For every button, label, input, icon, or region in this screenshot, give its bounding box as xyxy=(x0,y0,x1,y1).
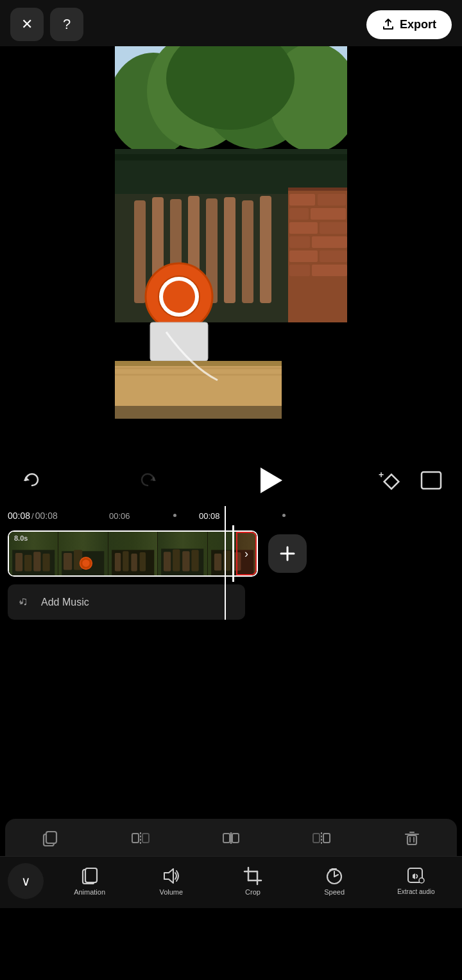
clip-end-handle[interactable]: › xyxy=(236,532,257,575)
clip-thumb-3 xyxy=(108,532,158,575)
nav-label-volume: Volume xyxy=(159,888,183,896)
svg-text:+: + xyxy=(19,597,23,607)
svg-rect-49 xyxy=(42,554,49,571)
svg-rect-56 xyxy=(115,553,121,571)
handle-arrow-icon: › xyxy=(244,547,248,561)
clip-track-container: 8.0s xyxy=(0,525,462,582)
music-note-icon: ♫ + xyxy=(19,593,33,611)
split-center-button[interactable] xyxy=(214,827,248,850)
svg-rect-38 xyxy=(115,374,282,376)
svg-rect-7 xyxy=(115,154,347,161)
svg-rect-90 xyxy=(85,868,97,882)
nav-item-speed[interactable]: Speed xyxy=(312,866,357,896)
svg-rect-59 xyxy=(139,552,145,571)
svg-rect-28 xyxy=(320,250,347,262)
clip-thumbnails: 8.0s xyxy=(9,532,257,575)
total-time: 00:08 xyxy=(35,511,58,521)
svg-rect-26 xyxy=(312,236,347,248)
clip-duration-label: 8.0s xyxy=(14,534,28,542)
close-button[interactable]: ✕ xyxy=(10,8,44,41)
nav-label-animation: Animation xyxy=(74,888,105,896)
svg-rect-36 xyxy=(115,361,282,366)
right-timestamp: 00:08 xyxy=(199,511,220,521)
redo-icon xyxy=(139,470,159,491)
svg-rect-21 xyxy=(289,208,309,220)
clip-track[interactable]: 8.0s xyxy=(8,530,258,577)
add-clip-button[interactable] xyxy=(268,534,307,573)
top-bar: ✕ ? Export xyxy=(0,0,462,46)
video-preview xyxy=(0,46,462,455)
clip-track-wrapper: 8.0s xyxy=(8,530,258,577)
fullscreen-button[interactable] xyxy=(416,465,447,496)
split-start-icon xyxy=(132,829,150,847)
mid-timestamp: 00:06 xyxy=(109,511,130,521)
nav-items: Animation Volume Crop xyxy=(44,866,462,896)
volume-icon xyxy=(162,866,181,886)
diamond-plus-icon: + xyxy=(379,469,402,492)
nav-item-extract-audio[interactable]: Extract audio xyxy=(393,866,438,896)
svg-rect-74 xyxy=(46,832,56,843)
svg-rect-9 xyxy=(134,200,146,303)
clip-thumb-4 xyxy=(158,532,207,575)
svg-rect-80 xyxy=(232,834,239,843)
chevron-down-icon: ∨ xyxy=(21,873,31,889)
nav-label-crop: Crop xyxy=(245,888,261,896)
clip-thumb-2 xyxy=(58,532,108,575)
nav-item-animation[interactable]: Animation xyxy=(67,866,112,896)
playback-right-controls: + xyxy=(375,465,447,496)
svg-rect-14 xyxy=(224,197,235,303)
svg-rect-30 xyxy=(312,265,347,276)
svg-rect-43 xyxy=(384,475,399,489)
svg-rect-63 xyxy=(182,551,189,571)
video-scene-svg xyxy=(115,46,347,455)
crop-icon xyxy=(243,866,262,886)
svg-rect-58 xyxy=(131,554,137,571)
split-center-icon xyxy=(222,829,240,847)
svg-rect-19 xyxy=(289,194,315,206)
collapse-button[interactable]: ∨ xyxy=(8,863,44,899)
playback-controls: + xyxy=(0,455,462,506)
timeline-section: 00:08 / 00:08 00:06 00:08 8.0s xyxy=(0,506,462,620)
svg-rect-77 xyxy=(142,834,149,843)
top-bar-left: ✕ ? xyxy=(10,8,83,41)
svg-rect-20 xyxy=(318,194,346,206)
svg-rect-61 xyxy=(164,552,171,571)
add-music-label: Add Music xyxy=(41,597,89,608)
svg-rect-18 xyxy=(288,188,347,191)
svg-rect-24 xyxy=(320,222,347,234)
svg-rect-29 xyxy=(289,265,310,276)
edit-toolbar xyxy=(5,819,457,856)
animation-icon xyxy=(80,866,99,886)
svg-rect-23 xyxy=(289,222,318,234)
timeline-timestamps: 00:08 / 00:08 00:06 00:08 xyxy=(0,506,462,525)
copy-tool-button[interactable] xyxy=(33,827,67,850)
nav-item-crop[interactable]: Crop xyxy=(230,866,275,896)
redo-button[interactable] xyxy=(133,465,164,496)
timeline-dot-2 xyxy=(282,514,286,517)
add-music-row[interactable]: ♫ + Add Music xyxy=(8,584,245,620)
split-start-button[interactable] xyxy=(124,827,157,850)
play-button[interactable] xyxy=(252,462,287,498)
export-button[interactable]: Export xyxy=(366,10,452,39)
split-end-button[interactable] xyxy=(305,827,338,850)
nav-item-volume[interactable]: Volume xyxy=(149,866,194,896)
svg-rect-44 xyxy=(422,472,441,489)
svg-rect-57 xyxy=(123,551,128,571)
play-icon xyxy=(261,468,282,493)
current-time: 00:08 xyxy=(8,511,30,521)
svg-rect-84 xyxy=(407,836,416,844)
delete-tool-button[interactable] xyxy=(395,827,429,850)
bottom-nav: ∨ Animation Volume xyxy=(0,856,462,908)
svg-rect-51 xyxy=(64,553,72,570)
keyframe-button[interactable]: + xyxy=(375,465,406,496)
empty-area xyxy=(0,620,462,819)
help-button[interactable]: ? xyxy=(50,8,83,41)
svg-rect-47 xyxy=(24,555,31,572)
upload-icon xyxy=(382,18,395,31)
undo-button[interactable] xyxy=(15,465,46,496)
trash-icon xyxy=(403,829,421,847)
split-end-icon xyxy=(312,829,330,847)
svg-rect-34 xyxy=(150,322,208,361)
svg-rect-64 xyxy=(192,550,199,571)
svg-rect-39 xyxy=(115,406,347,455)
